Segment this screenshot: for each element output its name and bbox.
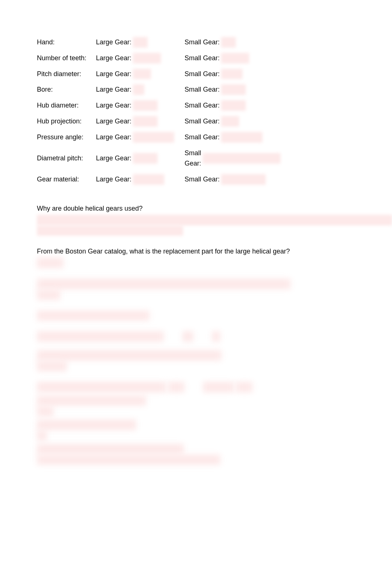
redacted-answer: xxxxx (37, 406, 54, 416)
redacted-answer: xxxxxxxxx (37, 361, 67, 371)
small-gear-cell: Small Gear: xxxxxxxxxxxxxxxxxxxxxxx (185, 148, 273, 169)
gear-specifications-table: Hand: Large Gear: xxxx Small Gear: xxxx … (37, 37, 355, 185)
redacted-value: xxxxx (236, 382, 252, 392)
small-gear-cell: Small Gear: xxxxxxx (185, 100, 273, 111)
redacted-option: No (212, 331, 220, 342)
large-gear-cell: Large Gear: xxxxxxx (96, 153, 185, 164)
redacted-value: xxxx (133, 37, 148, 48)
small-gear-label: Small Gear: (185, 174, 220, 185)
small-gear-cell: Small Gear: xxxxxxxxxxxx (185, 132, 273, 143)
row-label: Diametral pitch: (37, 153, 96, 164)
redacted-value: xxxxx (168, 382, 185, 392)
small-gear-label: Small Gear: (185, 100, 220, 111)
small-gear-cell: Small Gear: xxxxxxx (185, 84, 273, 95)
table-row: Diametral pitch: Large Gear: xxxxxxx Sma… (37, 148, 355, 169)
large-gear-label: Large Gear: (96, 53, 131, 64)
redacted-value: xxxxxxxxxxxx (133, 132, 174, 143)
small-gear-label: Small Gear: (185, 116, 220, 127)
redacted-value: xxxx (221, 37, 236, 48)
redacted-value: xxx (133, 84, 144, 95)
large-gear-cell: Large Gear: xxxxxxxx (96, 53, 185, 64)
small-gear-label: Small Gear: (185, 53, 220, 64)
redacted-question: Did you adjust the position at D? Why or… (37, 444, 184, 455)
small-gear-cell: Small Gear: xxxxxxxxxxxxx (185, 174, 273, 185)
large-gear-cell: Large Gear: xxxxxxxxxxxx (96, 132, 185, 143)
small-gear-cell: Small Gear: xxxxx (185, 116, 273, 127)
large-gear-label: Large Gear: (96, 100, 131, 111)
small-gear-label: Small Gear: (185, 69, 220, 79)
large-gear-cell: Large Gear: xxxxx (96, 69, 185, 79)
question-block: What is the recommended backlash? xxxxx (37, 395, 355, 417)
row-label: Pitch diameter: (37, 69, 96, 79)
table-row: Hand: Large Gear: xxxx Small Gear: xxxx (37, 37, 355, 48)
large-gear-cell: Large Gear: xxxx (96, 37, 185, 48)
large-gear-label: Large Gear: (96, 132, 131, 143)
redacted-question: From the Boston Gear catalog, what is th… (37, 279, 290, 289)
small-gear-label: Small Gear: (185, 148, 201, 169)
question-block: Did you adjust the position at D? Why or… (37, 444, 355, 465)
redacted-text: What is the measured backlash? Position … (37, 382, 166, 392)
redacted-answer: xxxxxxxxxxxxxxxxxxxxxxxxxxxxxxxxxxxxxxxx… (37, 225, 183, 236)
redacted-answer: xxx (37, 430, 47, 441)
table-row: Hub diameter: Large Gear: xxxxxxx Small … (37, 100, 355, 111)
redacted-value: xxxxxxxxx (133, 174, 164, 185)
question-block: What is the calculated center distance b… (37, 350, 355, 371)
redacted-value: xxxxxxxxxxxxx (221, 174, 266, 185)
table-row: Gear material: Large Gear: xxxxxxxxx Sma… (37, 174, 355, 185)
section-heading: Section 2: Installation of spur gears (37, 310, 355, 321)
question-text: From the Boston Gear catalog, what is th… (37, 246, 355, 257)
large-gear-label: Large Gear: (96, 37, 131, 48)
redacted-value: xxxxxxx (133, 116, 158, 127)
redacted-option: Yes (182, 331, 193, 342)
small-gear-label: Small Gear: (185, 37, 220, 48)
row-label: Number of teeth: (37, 53, 96, 64)
large-gear-label: Large Gear: (96, 174, 131, 185)
small-gear-label: Small Gear: (185, 84, 220, 95)
row-label: Bore: (37, 84, 96, 95)
redacted-text: Did setup the trainer according to steps… (37, 331, 164, 342)
table-row: Pitch diameter: Large Gear: xxxxx Small … (37, 69, 355, 79)
redacted-value: xxxxxx (221, 69, 243, 79)
redacted-value: xxxxxxxxxxxx (221, 132, 262, 143)
redacted-question: Is the measured within tolerance? (37, 419, 136, 430)
redacted-answer: Yes, because it wasn't in tolerance befo… (37, 455, 220, 465)
question-text: Why are double helical gears used? (37, 203, 355, 214)
table-row: Pressure angle: Large Gear: xxxxxxxxxxxx… (37, 132, 355, 143)
redacted-value: xxxxx (133, 69, 151, 79)
row-label: Hand: (37, 37, 96, 48)
small-gear-cell: Small Gear: xxxxxxxx (185, 53, 273, 64)
redacted-value: xxxxxxxx (133, 53, 161, 64)
table-row: Bore: Large Gear: xxx Small Gear: xxxxxx… (37, 84, 355, 95)
question-block: Is the measured within tolerance? xxx (37, 419, 355, 441)
redacted-question: What is the calculated center distance b… (37, 350, 221, 361)
question-block: From the Boston Gear catalog, what is th… (37, 246, 355, 268)
redacted-value: xxxxxxx (133, 153, 158, 164)
redacted-answer: xxxxxxxx (37, 258, 63, 268)
redacted-value: xxxxxxx (133, 100, 158, 111)
large-gear-cell: Large Gear: xxxxxxx (96, 116, 185, 127)
redacted-value: xxxxxxx (221, 100, 246, 111)
redacted-value: xxxxxxx (221, 84, 246, 95)
large-gear-cell: Large Gear: xxxxxxx (96, 100, 185, 111)
large-gear-label: Large Gear: (96, 153, 131, 164)
small-gear-label: Small Gear: (185, 132, 220, 143)
large-gear-label: Large Gear: (96, 116, 131, 127)
question-block: Why are double helical gears used? xxxxx… (37, 203, 355, 236)
row-label: Gear material: (37, 174, 96, 185)
redacted-answer: xxxxxxx (37, 289, 60, 300)
large-gear-label: Large Gear: (96, 69, 131, 79)
large-gear-label: Large Gear: (96, 84, 131, 95)
small-gear-cell: Small Gear: xxxxxx (185, 69, 273, 79)
table-row: Hub projection: Large Gear: xxxxxxx Smal… (37, 116, 355, 127)
row-label: Hub projection: (37, 116, 96, 127)
table-row: Number of teeth: Large Gear: xxxxxxxx Sm… (37, 53, 355, 64)
question-row: What is the measured backlash? Position … (37, 382, 355, 392)
large-gear-cell: Large Gear: xxx (96, 84, 185, 95)
question-row: Did setup the trainer according to steps… (37, 331, 355, 342)
redacted-value: xxxxxxxx (221, 53, 249, 64)
redacted-answer: xxxxxxxxxxxxxxxxxxxxxxxxxxxxxxxxxxxxxxxx… (37, 215, 392, 225)
redacted-text: Position 2: (203, 382, 234, 392)
redacted-value: xxxxxxxxxxxxxxxxxxxxxxx (203, 153, 281, 164)
redacted-question: What is the recommended backlash? (37, 395, 146, 406)
question-block: From the Boston Gear catalog, what is th… (37, 279, 355, 300)
